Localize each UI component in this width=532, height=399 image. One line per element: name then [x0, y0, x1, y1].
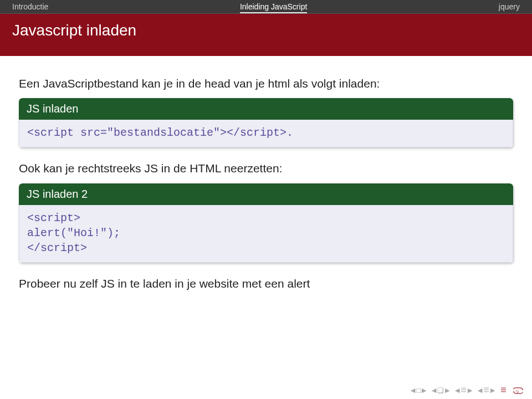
- nav-first-button[interactable]: ◀□▶: [411, 386, 426, 395]
- lines-icon: [500, 386, 507, 395]
- paragraph-2: Ook kan je rechtstreeks JS in de HTML ne…: [19, 161, 513, 176]
- triangle-right-icon: ▶: [468, 387, 472, 394]
- svg-text:Q: Q: [516, 389, 519, 392]
- svg-marker-9: [522, 388, 523, 390]
- nav-mode-button[interactable]: [500, 386, 507, 395]
- slide-content: Een JavaScriptbestand kan je in de head …: [0, 56, 532, 399]
- paragraph-3: Probeer nu zelf JS in te laden in je web…: [19, 276, 513, 291]
- nav-loop-button[interactable]: Q: [512, 387, 524, 395]
- lines-icon: [461, 386, 467, 395]
- top-nav: Introductie Inleiding JavaScript jquery: [0, 0, 532, 14]
- paragraph-1: Een JavaScriptbestand kan je in de head …: [19, 76, 513, 91]
- code-block-2: JS inladen 2 <script> alert("Hoi!"); </s…: [19, 183, 513, 263]
- nav-item-jquery[interactable]: jquery: [499, 2, 520, 12]
- svg-marker-10: [513, 391, 514, 392]
- frame-icon: ❑: [437, 386, 444, 395]
- code-block-2-body: <script> alert("Hoi!"); </script>: [19, 205, 513, 263]
- code-block-1-title: JS inladen: [19, 98, 513, 120]
- code-block-1: JS inladen <script src="bestandslocatie"…: [19, 98, 513, 147]
- nav-item-introductie[interactable]: Introductie: [12, 2, 48, 12]
- slide-title: Javascript inladen: [0, 14, 532, 56]
- triangle-left-icon: ◀: [432, 387, 436, 394]
- nav-item-inleiding-javascript[interactable]: Inleiding JavaScript: [240, 2, 307, 13]
- code-block-2-title: JS inladen 2: [19, 183, 513, 205]
- nav-prev-section-button[interactable]: ◀❑▶: [432, 386, 449, 395]
- loop-arrows-icon: Q: [512, 387, 524, 395]
- nav-prev-button[interactable]: ◀▶: [455, 386, 472, 395]
- triangle-right-icon: ▶: [445, 387, 449, 394]
- triangle-right-icon: ▶: [490, 387, 495, 394]
- nav-next-button[interactable]: ◀▶: [478, 386, 495, 395]
- slide: Introductie Inleiding JavaScript jquery …: [0, 0, 532, 399]
- code-block-1-body: <script src="bestandslocatie"></script>.: [19, 120, 513, 147]
- triangle-right-icon: ▶: [422, 387, 426, 394]
- triangle-left-icon: ◀: [455, 387, 459, 394]
- footer-nav: ◀□▶ ◀❑▶ ◀▶ ◀▶ Q: [411, 386, 524, 395]
- lines-icon: [483, 386, 489, 395]
- square-icon: □: [416, 386, 421, 395]
- triangle-left-icon: ◀: [478, 387, 482, 394]
- triangle-left-icon: ◀: [411, 387, 415, 394]
